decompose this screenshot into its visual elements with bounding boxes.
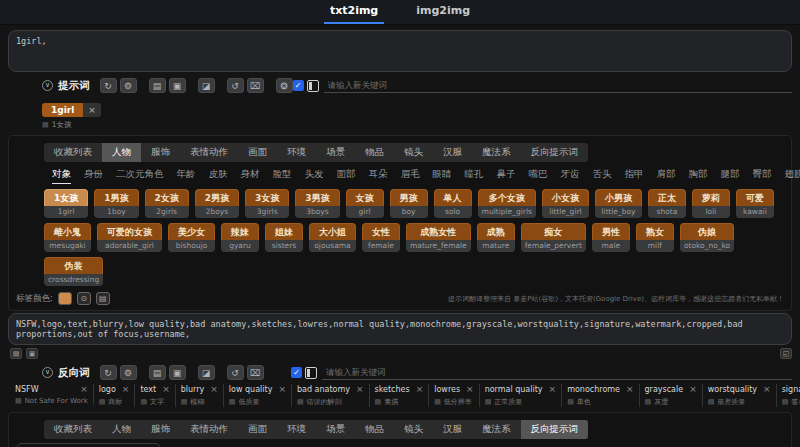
category-tab[interactable]: 物品: [355, 420, 394, 439]
negative-tag-label[interactable]: blurry: [181, 385, 205, 394]
category-tab[interactable]: 反向提示词: [521, 420, 589, 439]
category-tab[interactable]: 魔法系: [472, 420, 521, 439]
prompt-tag[interactable]: 2女孩 2girls: [145, 189, 189, 218]
subcategory-tab[interactable]: 牙齿: [561, 168, 580, 184]
remove-tag-icon[interactable]: ×: [278, 384, 286, 394]
collapse-section-icon[interactable]: ∨: [42, 80, 53, 91]
remove-tag-icon[interactable]: ×: [210, 384, 218, 394]
category-tab[interactable]: 物品: [355, 143, 394, 162]
settings-icon[interactable]: ⚙: [120, 365, 137, 380]
subcategory-tab[interactable]: 身材: [241, 168, 260, 184]
subcategory-tab[interactable]: 翅膀: [785, 168, 800, 184]
settings-icon[interactable]: ⚙: [120, 78, 137, 93]
negative-tag-label[interactable]: monochrome: [567, 385, 620, 394]
category-tab[interactable]: 魔法系: [472, 143, 521, 162]
negative-tag-label[interactable]: normal quality: [485, 385, 543, 394]
negative-tag-label[interactable]: logo: [99, 385, 116, 394]
subcategory-tab[interactable]: 耳朵: [369, 168, 388, 184]
prompt-tag[interactable]: 可爱的女孩 adorable_girl: [97, 223, 162, 252]
color-swatch[interactable]: [58, 292, 72, 305]
negative-tag-label[interactable]: NSFW: [15, 385, 39, 394]
translate-icon[interactable]: ❂: [276, 78, 293, 93]
category-tab[interactable]: 环境: [277, 420, 316, 439]
toggle-icon[interactable]: [305, 367, 317, 379]
negative-prompt-textarea[interactable]: [8, 313, 792, 345]
subcategory-tab[interactable]: 鼻子: [497, 168, 516, 184]
subcategory-tab[interactable]: 胸部: [689, 168, 708, 184]
trash-icon[interactable]: ⌧: [247, 78, 264, 93]
selected-tag-label[interactable]: 1girl: [42, 103, 83, 117]
subcategory-tab[interactable]: 脸型: [273, 168, 292, 184]
remove-tag-icon[interactable]: ×: [549, 384, 557, 394]
remove-tag-icon[interactable]: ×: [80, 384, 88, 394]
prompt-tag[interactable]: 美少女 bishoujo: [168, 223, 215, 252]
tab-img2img[interactable]: img2img: [410, 0, 476, 24]
refresh-icon[interactable]: ↻: [100, 365, 117, 380]
prompt-tag[interactable]: 大小姐 ojousama: [309, 223, 356, 252]
collapse-section-icon[interactable]: ∨: [42, 367, 53, 378]
negative-tag-label[interactable]: low quality: [229, 385, 273, 394]
category-tab[interactable]: 镜头: [394, 420, 433, 439]
subcategory-tab[interactable]: 指甲: [625, 168, 644, 184]
prompt-tag[interactable]: 男性 male: [592, 223, 630, 252]
remove-tag-icon[interactable]: ×: [122, 384, 130, 394]
subcategory-tab[interactable]: 瞳孔: [465, 168, 484, 184]
prompt-tag[interactable]: 单人 solo: [434, 189, 472, 218]
prompt-tag[interactable]: 成熟女性 mature_female: [406, 223, 471, 252]
category-tab[interactable]: 人物: [102, 420, 141, 439]
prompt-tag[interactable]: 辣妹 gyaru: [221, 223, 259, 252]
palette-icon[interactable]: ▤: [96, 292, 110, 305]
prompt-tag[interactable]: 成熟 mature: [477, 223, 515, 252]
image-icon[interactable]: ◪: [198, 78, 215, 93]
negative-tag-label[interactable]: grayscale: [645, 385, 684, 394]
prompt-tag[interactable]: 1女孩 1girl: [44, 189, 88, 218]
notebook-icon[interactable]: ▣: [169, 365, 186, 380]
subcategory-tab[interactable]: 嘴巴: [529, 168, 548, 184]
prompt-tag[interactable]: 正太 shota: [648, 189, 686, 218]
negative-tag-label[interactable]: bad anatomy: [297, 385, 350, 394]
prompt-tag[interactable]: 伪装 crossdressing: [44, 257, 103, 286]
prompt-tag[interactable]: 可爱 kawaii: [736, 189, 774, 218]
grid-icon[interactable]: ▣: [26, 348, 38, 359]
clipboard-icon[interactable]: ▤: [10, 348, 22, 359]
prompt-tag[interactable]: 男孩 boy: [390, 189, 428, 218]
remove-tag-icon[interactable]: ×: [356, 384, 364, 394]
prompt-tag[interactable]: 伪娘 otoko_no_ko: [680, 223, 734, 252]
prompt-tag[interactable]: 痴女 female_pervert: [521, 223, 586, 252]
prompt-tag[interactable]: 女性 female: [362, 223, 400, 252]
remove-tag-icon[interactable]: ×: [689, 384, 697, 394]
prompt-tag[interactable]: 熟女 milf: [636, 223, 674, 252]
remove-tag-icon[interactable]: ×: [626, 384, 634, 394]
prompt-tag[interactable]: 雌小鬼 mesugaki: [44, 223, 91, 252]
image-icon[interactable]: ◪: [198, 365, 215, 380]
subcategory-tab[interactable]: 肩部: [657, 168, 676, 184]
category-tab[interactable]: 表情动作: [180, 143, 238, 162]
category-tab[interactable]: 人物: [102, 143, 141, 162]
remove-tag-icon[interactable]: ×: [466, 384, 474, 394]
subcategory-tab[interactable]: 对象: [52, 168, 71, 184]
negative-tag-label[interactable]: signature: [782, 385, 800, 394]
save-icon[interactable]: ▤: [149, 365, 166, 380]
category-tab[interactable]: 镜头: [394, 143, 433, 162]
keyword-checkbox[interactable]: ✓: [291, 367, 302, 378]
prompt-tag[interactable]: 萝莉 loli: [692, 189, 730, 218]
resize-icon[interactable]: ◱: [780, 348, 792, 359]
category-tab[interactable]: 画面: [238, 420, 277, 439]
new-keyword-input[interactable]: [324, 78, 793, 93]
subcategory-tab[interactable]: 面部: [337, 168, 356, 184]
save-icon[interactable]: ▤: [149, 78, 166, 93]
subcategory-tab[interactable]: 臀部: [753, 168, 772, 184]
trash-icon[interactable]: ⌧: [247, 365, 264, 380]
category-tab[interactable]: 画面: [238, 143, 277, 162]
history-icon[interactable]: ↺: [227, 78, 244, 93]
remove-tag-icon[interactable]: ×: [416, 384, 424, 394]
subcategory-tab[interactable]: 头发: [305, 168, 324, 184]
refresh-icon[interactable]: ↻: [100, 78, 117, 93]
prompt-tag[interactable]: 小女孩 little_girl: [542, 189, 589, 218]
history-icon[interactable]: ↺: [227, 365, 244, 380]
remove-tag-icon[interactable]: ×: [83, 103, 101, 117]
prompt-tag[interactable]: 多个女孩 multiple_girls: [478, 189, 536, 218]
category-tab[interactable]: 环境: [277, 143, 316, 162]
negative-tag-label[interactable]: worstquality: [708, 385, 757, 394]
negative-tag-label[interactable]: text: [140, 385, 156, 394]
